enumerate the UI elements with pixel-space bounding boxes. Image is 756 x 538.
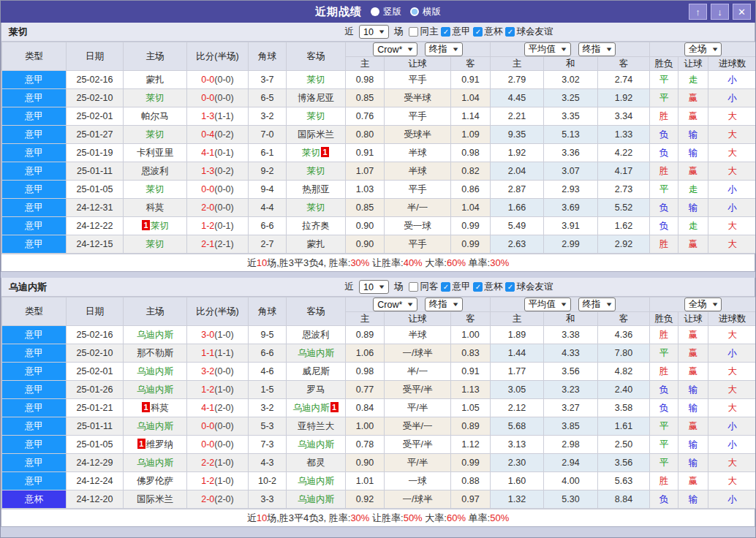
summary-row: 近10场,胜3平3负4, 胜率:30% 让胜率:40% 大率:60% 单率:30… <box>1 254 755 271</box>
full-match-select[interactable]: 全场▼ <box>684 42 722 56</box>
home-odds-cell: 0.77 <box>346 381 385 399</box>
average-select[interactable]: 平均值▼ <box>524 42 571 56</box>
crow-select[interactable]: Crow*▼ <box>373 42 417 56</box>
same-venue-filter[interactable]: 同客 <box>409 281 438 293</box>
handicap-cell: 平/半 <box>385 454 451 472</box>
move-down-button[interactable]: ↓ <box>711 4 729 20</box>
away-team-cell: 乌迪内斯 <box>287 344 346 363</box>
halftime-score: (0-0) <box>214 202 233 213</box>
final-odds-select[interactable]: 终指▼ <box>578 298 616 311</box>
match-row: 意甲25-01-19卡利亚里4-1(0-1)6-1莱切10.91半球0.981.… <box>2 144 756 162</box>
avg-home-cell: 4.45 <box>491 89 544 107</box>
corners-cell: 6-5 <box>249 89 287 107</box>
handicap-result-cell: 输 <box>678 490 708 509</box>
full-match-select[interactable]: 全场▼ <box>684 298 722 311</box>
crow-select[interactable]: Crow*▼ <box>373 298 417 311</box>
league-cell: 意杯 <box>2 490 67 509</box>
league-filter-label: 意甲 <box>452 281 470 293</box>
move-up-button[interactable]: ↑ <box>689 4 707 20</box>
sub-col-result: 胜负 <box>650 312 678 326</box>
radio-vertical-option[interactable]: 竖版 <box>371 6 401 18</box>
radio-unselected-icon[interactable] <box>410 7 419 16</box>
fulltime-score: 1-2 <box>201 221 214 231</box>
away-team-name: 蒙扎 <box>307 239 325 249</box>
league-filter-label: 球会友谊 <box>516 281 553 293</box>
league-cell: 意甲 <box>2 454 67 472</box>
avg-home-cell: 5.49 <box>491 217 544 235</box>
sub-col-avg-away: 客 <box>598 57 650 71</box>
league-cell: 意甲 <box>2 144 67 162</box>
checkbox-unchecked-icon[interactable] <box>409 282 418 292</box>
sub-col-handicap: 让球 <box>385 312 451 326</box>
home-team-cell: 1科莫 <box>124 399 187 417</box>
halftime-score: (0-0) <box>214 75 233 85</box>
same-venue-label: 同客 <box>420 281 438 293</box>
same-venue-filter[interactable]: 同主 <box>409 26 438 38</box>
league-filter[interactable]: ✓意甲 <box>441 26 470 38</box>
date-cell: 24-12-29 <box>67 454 124 472</box>
league-filter[interactable]: ✓意杯 <box>473 26 502 38</box>
match-count-select[interactable]: 10▼ <box>359 280 389 294</box>
checkbox-checked-icon[interactable]: ✓ <box>505 27 515 37</box>
handicap-cell: 受半/一 <box>385 417 451 436</box>
fulltime-score: 0-0 <box>201 93 214 103</box>
away-team-name: 莱切 <box>302 148 320 158</box>
sub-col-result: 胜负 <box>650 57 678 71</box>
average-select[interactable]: 平均值▼ <box>524 298 571 311</box>
checkbox-checked-icon[interactable]: ✓ <box>473 282 483 292</box>
home-odds-cell: 0.80 <box>346 126 385 144</box>
titlebar-buttons: ↑ ↓ ✕ <box>689 4 755 20</box>
checkbox-checked-icon[interactable]: ✓ <box>441 27 450 37</box>
away-team-name: 亚特兰大 <box>298 421 334 431</box>
final-odds-select[interactable]: 终指▼ <box>578 42 616 56</box>
handicap-cell: 受球半 <box>385 126 451 144</box>
score-cell: 1-2(1-0) <box>187 381 249 399</box>
away-team-cell: 拉齐奥 <box>287 217 346 235</box>
home-odds-cell: 0.90 <box>346 217 385 235</box>
checkbox-checked-icon[interactable]: ✓ <box>441 282 450 292</box>
close-icon: ✕ <box>738 7 746 18</box>
avg-away-cell: 8.84 <box>598 490 650 509</box>
goals-result-cell: 小 <box>708 417 756 436</box>
col-date: 日期 <box>67 42 124 71</box>
goals-result-cell: 小 <box>708 89 756 107</box>
corners-cell: 3-7 <box>249 71 287 89</box>
away-odds-cell: 0.88 <box>451 472 491 490</box>
radio-selected-icon[interactable] <box>371 7 379 16</box>
final-odds-select[interactable]: 终指▼ <box>425 298 463 311</box>
halftime-score: (0-1) <box>214 148 233 158</box>
avg-home-cell: 2.63 <box>491 235 544 254</box>
score-cell: 2-2(1-0) <box>187 454 249 472</box>
league-cell: 意甲 <box>2 217 67 235</box>
league-filter[interactable]: ✓球会友谊 <box>505 26 553 38</box>
avg-draw-cell: 3.36 <box>544 144 598 162</box>
checkbox-checked-icon[interactable]: ✓ <box>473 27 483 37</box>
away-team-cell: 博洛尼亚 <box>287 89 346 107</box>
score-cell: 1-3(0-2) <box>187 162 249 181</box>
date-cell: 25-02-10 <box>67 89 124 107</box>
checkbox-checked-icon[interactable]: ✓ <box>505 282 515 292</box>
radio-horizontal-option[interactable]: 横版 <box>410 6 441 18</box>
fulltime-score: 3-2 <box>201 366 214 376</box>
score-cell: 3-2(0-0) <box>187 363 249 381</box>
sub-col-avg-home: 主 <box>491 57 544 71</box>
col-score: 比分(半场) <box>187 42 249 71</box>
summary-segment: 场,胜3平4负3, 胜率: <box>267 512 350 523</box>
match-count-select[interactable]: 10▼ <box>359 25 389 39</box>
league-filter[interactable]: ✓意甲 <box>441 281 470 293</box>
date-cell: 24-12-15 <box>67 235 124 254</box>
halftime-score: (2-1) <box>214 239 233 249</box>
handicap-result-cell: 赢 <box>678 326 708 344</box>
checkbox-unchecked-icon[interactable] <box>409 27 418 37</box>
win-draw-loss-cell: 负 <box>650 399 678 417</box>
col-date: 日期 <box>67 298 124 326</box>
final-odds-select[interactable]: 终指▼ <box>425 42 463 56</box>
match-row: 意甲24-12-15莱切2-1(2-1)2-7蒙扎0.90平手0.992.632… <box>2 235 756 254</box>
league-filter[interactable]: ✓意杯 <box>473 281 502 293</box>
fulltime-score: 1-2 <box>201 384 214 395</box>
league-filter[interactable]: ✓球会友谊 <box>505 281 553 293</box>
handicap-cell: 平/半 <box>385 399 451 417</box>
close-button[interactable]: ✕ <box>733 4 751 20</box>
league-filter-label: 球会友谊 <box>516 26 553 38</box>
avg-away-cell: 2.74 <box>598 71 650 89</box>
